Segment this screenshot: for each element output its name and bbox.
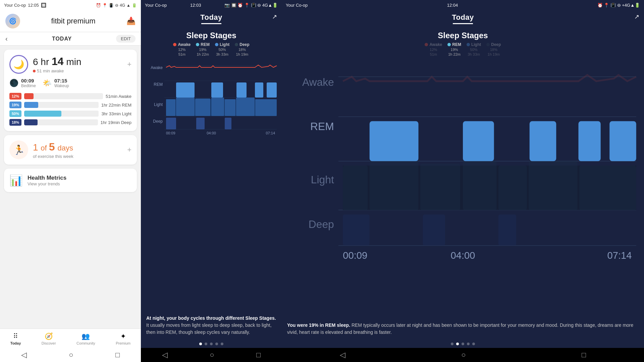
svg-text:07:14: 07:14 bbox=[266, 131, 275, 135]
svg-rect-13 bbox=[176, 82, 195, 98]
svg-rect-43 bbox=[420, 164, 460, 210]
carrier-3: Your Co-op bbox=[286, 3, 308, 8]
recents-sys-button[interactable]: □ bbox=[115, 351, 120, 359]
awake-legend-pct: 12% bbox=[178, 48, 185, 52]
add-exercise-button[interactable]: + bbox=[127, 145, 131, 154]
today-label: Today bbox=[10, 341, 21, 345]
rem-legend-dot bbox=[196, 43, 199, 46]
system-nav-1: ◁ ○ □ bbox=[0, 348, 141, 362]
svg-rect-19 bbox=[176, 98, 195, 116]
battery-icon: 🔋 bbox=[132, 3, 137, 8]
page-title: TODAY bbox=[52, 36, 72, 42]
rem-bar-wrap bbox=[24, 102, 99, 108]
light-badge: 50% bbox=[9, 110, 21, 117]
rem-legend-dur: 1h 22m bbox=[197, 52, 209, 56]
svg-rect-18 bbox=[166, 99, 175, 116]
svg-rect-21 bbox=[211, 98, 224, 116]
svg-rect-42 bbox=[370, 161, 419, 210]
legend-deep-3: Deep 18% 1h 19m bbox=[486, 42, 501, 56]
health-metrics-card[interactable]: 📊 Health Metrics View your trends bbox=[4, 169, 137, 192]
dot-3-4[interactable] bbox=[467, 343, 470, 345]
svg-rect-39 bbox=[423, 215, 445, 246]
wakeup-label: Wakeup bbox=[54, 83, 69, 88]
recents-sys-3[interactable]: □ bbox=[582, 351, 586, 359]
deep-bar bbox=[24, 119, 38, 125]
home-sys-button[interactable]: ○ bbox=[69, 351, 73, 359]
dot-1[interactable] bbox=[199, 343, 202, 345]
discover-icon: 🧭 bbox=[45, 332, 53, 340]
back-sys-2[interactable]: ◁ bbox=[162, 351, 168, 359]
nav-discover[interactable]: 🧭 Discover bbox=[42, 332, 56, 345]
svg-rect-41 bbox=[343, 166, 368, 210]
icons-2: 📷 🔲 ⏰ 📍 📳 ⊖ 4G▲🔋 bbox=[224, 3, 278, 8]
svg-rect-45 bbox=[498, 166, 527, 210]
awake-legend-dot bbox=[173, 43, 176, 46]
rem-legend-dot-3 bbox=[447, 43, 451, 46]
bedtime-value: 00:09 bbox=[21, 78, 36, 83]
premium-label: Premium bbox=[116, 341, 130, 345]
expand-icon-3[interactable]: ↗ bbox=[634, 13, 639, 20]
today-header-2: Today bbox=[200, 13, 222, 22]
awake-label: 51 min awake bbox=[33, 68, 127, 73]
sleep-times: 🌑 00:09 Bedtime 🌤️ 07:15 Wakeup bbox=[9, 78, 131, 88]
exercise-card: 🏃 1 of 5 days of exercise this week + bbox=[4, 135, 137, 165]
dot-5[interactable] bbox=[221, 343, 223, 345]
dot-3-5[interactable] bbox=[472, 343, 475, 345]
svg-rect-51 bbox=[579, 121, 601, 161]
inbox-icon[interactable]: 📥 bbox=[126, 17, 136, 25]
today-icon: ⠿ bbox=[13, 332, 18, 340]
time-label: 12:05 bbox=[28, 3, 39, 8]
wakeup-value: 07:15 bbox=[54, 78, 69, 83]
home-sys-2[interactable]: ○ bbox=[210, 351, 214, 359]
wakeup-item: 🌤️ 07:15 Wakeup bbox=[43, 78, 69, 88]
expand-icon-2[interactable]: ↗ bbox=[272, 13, 277, 20]
bedtime-label: Bedtime bbox=[21, 83, 36, 88]
sleep-chart-svg-2: Awake REM Light Deep bbox=[144, 59, 278, 136]
recents-sys-2[interactable]: □ bbox=[256, 351, 261, 359]
health-metrics-title: Health Metrics bbox=[28, 175, 66, 181]
app-title: fitbit premium bbox=[51, 17, 95, 25]
dot-3-2[interactable] bbox=[456, 343, 459, 345]
location-icon: 📍 bbox=[102, 3, 107, 8]
dot-2[interactable] bbox=[205, 343, 207, 345]
svg-rect-48 bbox=[370, 121, 419, 161]
legend-rem-2: REM 19% 1h 22m bbox=[196, 42, 210, 56]
nav-community[interactable]: 👥 Community bbox=[76, 332, 95, 345]
dot-4[interactable] bbox=[215, 343, 218, 345]
nav-premium[interactable]: ✦ Premium bbox=[116, 332, 130, 345]
add-sleep-button[interactable]: + bbox=[127, 60, 131, 69]
rem-desc-bold: You were 19% in REM sleep. bbox=[287, 322, 350, 328]
awake-legend-dur: 51m bbox=[178, 52, 185, 56]
nav-today[interactable]: ⠿ Today bbox=[10, 332, 21, 345]
health-metrics-sub: View your trends bbox=[28, 181, 66, 186]
legend-light-2: Light 50% 3h 33m bbox=[215, 42, 229, 56]
back-button[interactable]: ‹ bbox=[5, 35, 8, 43]
svg-rect-14 bbox=[211, 82, 223, 98]
sleep-duration: 6 hr 14 min 51 min awake bbox=[28, 55, 127, 73]
content-area: 🌙 6 hr 14 min 51 min awake + 🌑 bbox=[0, 46, 141, 328]
exercise-text: 1 of 5 days of exercise this week bbox=[28, 141, 127, 159]
dot-3-1[interactable] bbox=[451, 343, 453, 345]
avatar[interactable]: 🌀 bbox=[5, 14, 20, 28]
dot-3-3[interactable] bbox=[462, 343, 464, 345]
back-sys-button[interactable]: ◁ bbox=[21, 351, 27, 359]
carrier-2: Your Co-op bbox=[145, 3, 167, 8]
home-sys-3[interactable]: ○ bbox=[461, 351, 466, 359]
deep-badge: 18% bbox=[9, 119, 21, 126]
svg-rect-10 bbox=[196, 118, 205, 129]
svg-rect-9 bbox=[166, 118, 176, 129]
svg-rect-17 bbox=[267, 82, 277, 98]
back-sys-3[interactable]: ◁ bbox=[340, 351, 345, 359]
svg-text:04:00: 04:00 bbox=[207, 131, 216, 135]
sleep-chart-3: Awake REM Light Deep bbox=[282, 59, 644, 318]
premium-icon: ✦ bbox=[120, 332, 126, 340]
rem-badge: 19% bbox=[9, 102, 21, 108]
svg-rect-11 bbox=[225, 118, 231, 129]
awake-dot bbox=[33, 70, 36, 72]
page-dots-2 bbox=[141, 340, 282, 348]
legend-row-2: Awake 12% 51m REM 19% 1h 22m Light 50% 3… bbox=[141, 42, 282, 59]
edit-button[interactable]: EDIT bbox=[116, 35, 136, 43]
status-bar-1: Your Co-op 12:05 🔲 ⏰ 📍 📳 ⊖ 4G ▲ 🔋 bbox=[0, 0, 141, 10]
dot-3[interactable] bbox=[210, 343, 213, 345]
rem-bar bbox=[24, 102, 38, 108]
